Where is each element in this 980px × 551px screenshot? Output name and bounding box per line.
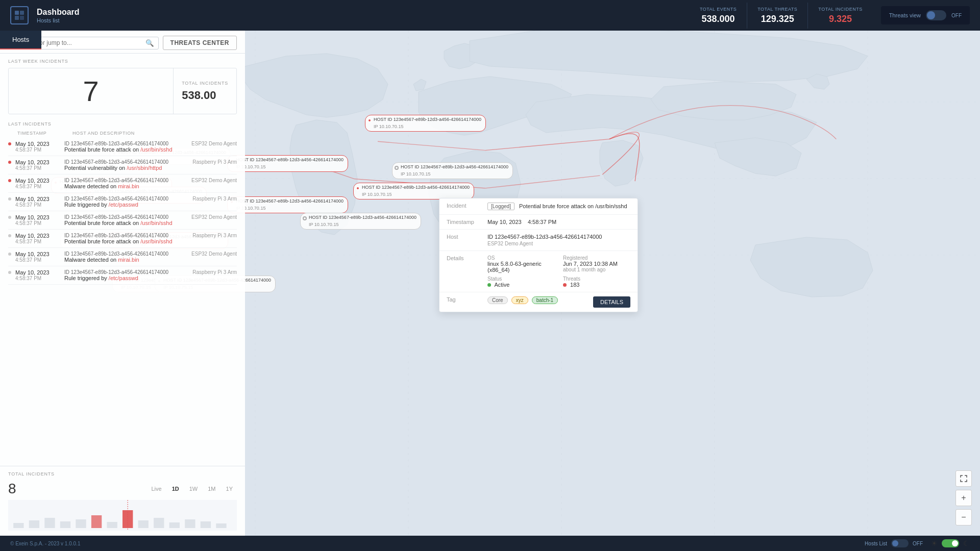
stat-total-events: TOTAL EVENTS 538.000: [690, 3, 747, 29]
hosts-list-state: OFF: [913, 541, 923, 546]
incident-timestamp: May 10, 2023 4:58:37 PM: [15, 214, 60, 226]
zoom-out-button[interactable]: −: [955, 509, 972, 525]
details-button[interactable]: DETAILS: [593, 296, 630, 308]
map-controls: + −: [955, 470, 972, 525]
host-ip-text: IP 10.10.70.15: [236, 164, 344, 171]
popup-incident-row: Incident [Logged] Potential brute force …: [439, 198, 638, 215]
svg-rect-9: [20, 11, 24, 15]
stat-total-incidents: TOTAL INCIDENTS 9.325: [808, 3, 872, 29]
host-node[interactable]: HOST ID 123e4567-e89b-12d3-a456-42661417…: [227, 196, 348, 213]
bottom-right: Hosts List OFF ☀ ☾: [865, 539, 970, 547]
incident-agent: ESP32 Demo Agent: [191, 141, 237, 146]
incident-severity-dot: [8, 271, 11, 274]
chart-total: 8: [8, 481, 16, 497]
incident-info: ID 123e4567-e89b-12d3-a456-426614174000 …: [64, 214, 187, 226]
host-ip-text: IP 10.10.70.15: [362, 191, 470, 198]
host-ip-text: IP 10.10.70.15: [309, 221, 416, 229]
svg-rect-25: [201, 521, 211, 528]
threats-view-toggle[interactable]: [926, 10, 946, 20]
svg-rect-21: [138, 520, 149, 528]
incident-row[interactable]: May 10, 2023 4:58:37 PM ID 123e4567-e89b…: [8, 156, 237, 174]
hosts-list-toggle[interactable]: [891, 539, 909, 547]
stat-total-events-value: 538.000: [700, 14, 737, 24]
host-node[interactable]: HOST ID 123e4567-e89b-12d3-a456-42661417…: [392, 162, 513, 179]
threats-view-block: Threats view OFF: [881, 6, 970, 24]
hosts-list-label: Hosts List: [865, 541, 887, 546]
week-number: 7: [9, 68, 173, 114]
popup-timestamp-row: Timestamp May 10, 2023 4:58:37 PM: [439, 215, 638, 230]
svg-rect-11: [20, 16, 24, 20]
search-button[interactable]: 🔍: [145, 39, 154, 47]
left-panel: ▦ 🔍 THREATS CENTER LAST WEEK INCIDENTS 7…: [0, 31, 245, 536]
incident-agent: ESP32 Demo Agent: [191, 251, 237, 257]
incident-agent: Raspberry Pi 3 Arm: [192, 159, 237, 165]
host-dot: [303, 216, 307, 220]
popup-details-row: Details OS linux 5.8.0-63-generic (x86_6…: [439, 251, 638, 292]
moon-icon: ☾: [963, 539, 970, 547]
host-node[interactable]: HOST ID 123e4567-e89b-12d3-a456-42661417…: [365, 115, 486, 132]
incident-agent: ESP32 Demo Agent: [191, 178, 237, 183]
bottom-bar: © Exein S.p.A. - 2023 v 1.0.0.1 Hosts Li…: [0, 536, 980, 551]
time-btn-1w[interactable]: 1W: [185, 485, 202, 493]
popup-host-agent: ESP32 Demo Agent: [487, 241, 630, 246]
incident-severity-dot: [8, 142, 11, 145]
threats-block: Threats 183: [563, 276, 630, 288]
total-incidents-block: TOTAL INCIDENTS 538.00: [173, 68, 236, 114]
week-incidents-block: 7 TOTAL INCIDENTS 538.00: [8, 68, 237, 114]
chart-area: [8, 500, 237, 531]
time-btn-live[interactable]: Live: [148, 485, 166, 493]
host-id-text: HOST ID 123e4567-e89b-12d3-a456-42661417…: [362, 184, 470, 191]
time-btn-1m[interactable]: 1M: [204, 485, 219, 493]
incident-row[interactable]: May 10, 2023 4:58:37 PM ID 123e4567-e89b…: [8, 193, 237, 211]
incident-timestamp: May 10, 2023 4:58:37 PM: [15, 251, 60, 263]
zoom-in-button[interactable]: +: [955, 490, 972, 506]
incident-row[interactable]: May 10, 2023 4:58:37 PM ID 123e4567-e89b…: [8, 230, 237, 248]
incident-agent: Raspberry Pi 3 Arm: [192, 196, 237, 202]
chart-section-label: TOTAL INCIDENTS: [8, 471, 237, 477]
time-btn-1y[interactable]: 1Y: [222, 485, 237, 493]
incident-timestamp: May 10, 2023 4:58:37 PM: [15, 196, 60, 208]
popup-host-label: Host: [447, 234, 482, 240]
host-node[interactable]: HOST ID 123e4567-e89b-12d3-a456-42661417…: [300, 213, 421, 230]
incident-timestamp: May 10, 2023 4:58:37 PM: [15, 269, 60, 281]
svg-rect-16: [60, 521, 70, 528]
incident-row[interactable]: May 10, 2023 4:58:37 PM ID 123e4567-e89b…: [8, 266, 237, 285]
theme-toggle[interactable]: [942, 539, 959, 547]
incident-row[interactable]: May 10, 2023 4:58:37 PM ID 123e4567-e89b…: [8, 211, 237, 230]
incident-timestamp: May 10, 2023 4:58:37 PM: [15, 178, 60, 189]
popup-details-value: OS linux 5.8.0-63-generic (x86_64) Regis…: [487, 255, 630, 288]
threats-dot: [563, 283, 567, 287]
incident-agent: Raspberry Pi 3 Arm: [192, 233, 237, 238]
incident-timestamp: May 10, 2023 4:58:37 PM: [15, 233, 60, 244]
incident-severity-dot: [8, 234, 11, 237]
incident-row[interactable]: May 10, 2023 4:58:37 PM ID 123e4567-e89b…: [8, 248, 237, 266]
threats-view-state: OFF: [951, 13, 962, 18]
stat-total-threats-label: TOTAL THREATS: [757, 7, 797, 12]
svg-rect-10: [15, 16, 19, 20]
popup-timestamp-label: Timestamp: [447, 219, 482, 225]
last-incidents-label: LAST INCIDENTS: [8, 121, 237, 127]
threats-center-button[interactable]: THREATS CENTER: [163, 36, 237, 50]
time-btn-1d[interactable]: 1D: [168, 485, 183, 493]
popup-details-label: Details: [447, 255, 482, 261]
host-node[interactable]: HOST ID 123e4567-e89b-12d3-a456-42661417…: [353, 183, 474, 199]
copyright-text: © Exein S.p.A. - 2023 v 1.0.0.1: [10, 541, 80, 546]
app-title: Dashboard: [37, 7, 80, 17]
sun-icon: ☀: [931, 539, 938, 547]
incident-row[interactable]: May 10, 2023 4:58:37 PM ID 123e4567-e89b…: [8, 174, 237, 193]
tab-hosts[interactable]: Hosts: [0, 31, 41, 49]
incident-agent: Raspberry Pi 3 Arm: [192, 269, 237, 275]
incident-row[interactable]: May 10, 2023 4:58:37 PM ID 123e4567-e89b…: [8, 138, 237, 156]
app-logo: [10, 6, 29, 24]
fullscreen-button[interactable]: [955, 470, 972, 487]
popup-tag-row: Tag Core xyz batch-1 DETAILS: [439, 292, 638, 312]
popup-tag-value: Core xyz batch-1 DETAILS: [487, 296, 630, 308]
hosts-list-toggle-block: Hosts List OFF: [865, 539, 923, 547]
popup-incident-label: Incident: [447, 203, 482, 209]
tag-core: Core: [487, 296, 508, 304]
threats-view-label: Threats view: [889, 12, 921, 18]
host-node[interactable]: HOST ID 123e4567-e89b-12d3-a456-42661417…: [227, 155, 348, 172]
host-ip-text: IP 10.10.70.15: [401, 171, 508, 178]
stat-total-incidents-value: 9.325: [818, 14, 862, 24]
incident-info: ID 123e4567-e89b-12d3-a456-426614174000 …: [64, 233, 188, 244]
